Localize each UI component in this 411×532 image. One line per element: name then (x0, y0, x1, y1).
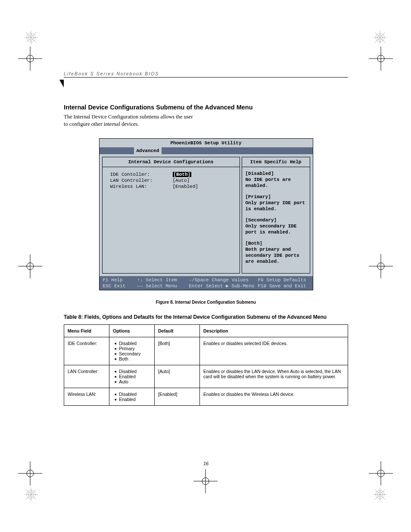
bios-field-value[interactable]: [Both] (173, 171, 192, 177)
bios-help-panel: Item Specific Help [Disabled]No IDE port… (242, 157, 310, 274)
page-number: 16 (64, 461, 348, 466)
cell-menu-field: IDE Controller: (64, 337, 109, 365)
bios-title: PhoenixBIOS Setup Utility (100, 139, 313, 147)
bios-screenshot: PhoenixBIOS Setup Utility Advanced Inter… (99, 138, 313, 290)
cell-description: Enables or disables the Wireless LAN dev… (200, 388, 348, 405)
section-heading: Internal Device Configurations Submenu o… (64, 104, 348, 111)
table-row: IDE Controller:DisabledPrimarySecondaryB… (64, 337, 348, 365)
option-item: Both (115, 356, 151, 361)
table-header: Description (200, 324, 348, 337)
registration-icon (369, 254, 393, 278)
cell-options: DisabledPrimarySecondaryBoth (109, 337, 155, 365)
bios-field-label: LAN Controller: (110, 177, 173, 184)
cell-menu-field: Wireless LAN: (64, 388, 109, 405)
bios-field-label: Wireless LAN: (110, 184, 173, 190)
option-item: Auto (115, 379, 151, 384)
crop-ornament (24, 30, 38, 45)
option-item: Disabled (115, 369, 151, 374)
bios-field-value[interactable]: [Enabled] (173, 184, 198, 190)
svg-marker-45 (59, 80, 64, 87)
cell-description: Enables or disables the LAN device. When… (200, 365, 348, 388)
cell-default: [Both] (155, 337, 200, 365)
table-header: Default (155, 324, 200, 337)
cell-description: Enables or disables selected IDE devices… (200, 337, 348, 365)
cell-options: DisabledEnabledAuto (109, 365, 155, 388)
bios-left-title: Internal Device Configurations (103, 157, 240, 167)
option-item: Enabled (115, 397, 151, 402)
option-item: Primary (115, 346, 151, 351)
cell-options: DisabledEnabled (109, 388, 155, 405)
registration-icon (193, 469, 218, 493)
table-header: Menu Field (64, 324, 109, 337)
registration-icon (18, 254, 42, 278)
intro-text: The Internal Device Configuration submen… (64, 113, 197, 128)
table-row: LAN Controller:DisabledEnabledAuto[Auto]… (64, 365, 348, 388)
bios-field-value[interactable]: [Auto] (173, 177, 190, 184)
bios-footer: F1 Help ↑↓ Select Item -/Space Change Va… (100, 276, 313, 290)
option-item: Secondary (115, 351, 151, 356)
bios-help-text: [Disabled]No IDE ports are enabled. (246, 171, 307, 189)
bios-field-row[interactable]: IDE Contoller:[Both] (110, 171, 232, 177)
crop-ornament (373, 487, 387, 502)
fields-table: Menu FieldOptionsDefaultDescription IDE … (64, 324, 348, 406)
bios-key-exit: ESC Exit (103, 283, 137, 289)
bios-help-text: [Both]Both primary and secondary IDE por… (246, 240, 307, 264)
bios-field-label: IDE Contoller: (110, 171, 173, 177)
bios-key-setup-defaults: F9 Setup Defaults (258, 277, 309, 283)
registration-icon (369, 47, 393, 71)
bios-key-change-values: -/Space Change Values (189, 277, 258, 283)
registration-icon (18, 461, 42, 485)
crop-ornament (24, 487, 38, 502)
registration-icon (369, 461, 393, 485)
bios-tab-advanced[interactable]: Advanced (134, 147, 162, 154)
crop-ornament (373, 30, 387, 45)
bios-help-text: [Secondary]Only secondary IDE port is en… (246, 217, 307, 235)
option-item: Disabled (115, 392, 151, 397)
bios-key-save-exit: F10 Save and Exit (258, 283, 309, 289)
table-header: Options (109, 324, 155, 337)
option-item: Disabled (115, 341, 151, 346)
bios-key-select-menu: ←→ Select Menu (137, 283, 189, 289)
registration-icon (18, 47, 42, 71)
bios-key-help: F1 Help (103, 277, 137, 283)
section-marker-icon (59, 80, 65, 89)
figure-caption: Figure 8. Internal Device Configuration … (64, 300, 348, 305)
running-header: LifeBook S Series Notebook BIOS (64, 71, 348, 78)
bios-key-select-item: ↑↓ Select Item (137, 277, 189, 283)
table-row: Wireless LAN:DisabledEnabled[Enabled]Ena… (64, 388, 348, 405)
bios-field-row[interactable]: Wireless LAN:[Enabled] (110, 184, 232, 190)
cell-default: [Auto] (155, 365, 200, 388)
bios-tab-bar: Advanced (100, 147, 313, 154)
bios-field-row[interactable]: LAN Controller:[Auto] (110, 177, 232, 184)
option-item: Enabled (115, 374, 151, 379)
bios-help-text: [Primary]Only primary IDE port is enable… (246, 194, 307, 212)
bios-help-title: Item Specific Help (242, 157, 310, 167)
cell-default: [Enabled] (155, 388, 200, 405)
bios-left-panel: Internal Device Configurations IDE Conto… (102, 157, 240, 274)
table-title: Table 8: Fields, Options and Defaults fo… (64, 314, 348, 320)
cell-menu-field: LAN Controller: (64, 365, 109, 388)
bios-key-select-submenu: Enter Select ▶ Sub-Menu (189, 283, 258, 289)
